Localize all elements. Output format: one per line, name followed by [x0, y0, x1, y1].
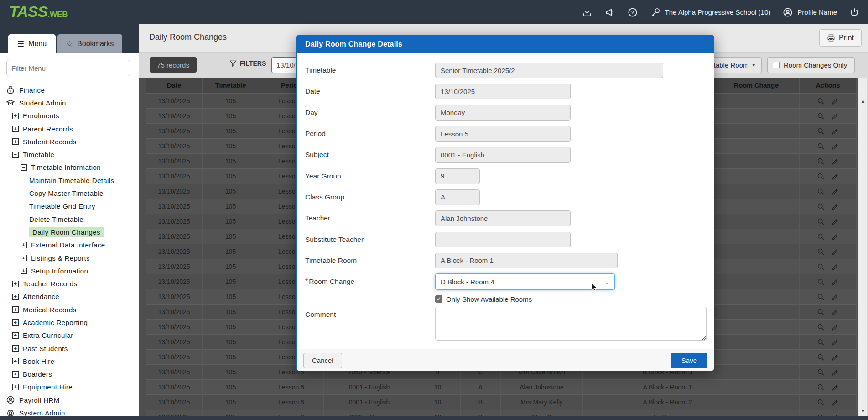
column-header[interactable]: Actions — [800, 78, 857, 93]
edit-icon[interactable] — [832, 308, 839, 316]
sidebar-item-payroll-hrm[interactable]: Payroll HRM — [0, 394, 139, 406]
view-icon[interactable] — [817, 383, 825, 391]
print-button[interactable]: Print — [819, 29, 862, 47]
sidebar-item-student-records[interactable]: +Student Records — [0, 135, 139, 148]
view-icon[interactable] — [817, 368, 825, 376]
sidebar-item-equipment-hire[interactable]: +Equipment Hire — [0, 381, 139, 394]
view-icon[interactable] — [817, 323, 825, 331]
sidebar-item-finance[interactable]: $Finance — [0, 84, 139, 96]
room-changes-only-checkbox[interactable] — [773, 62, 780, 68]
edit-icon[interactable] — [832, 323, 839, 331]
edit-icon[interactable] — [832, 112, 839, 120]
help-icon[interactable]: ? — [627, 7, 638, 18]
sidebar-item-teacher-records[interactable]: +Teacher Records — [0, 277, 139, 290]
sidebar-item-timetable-information[interactable]: −Timetable Information — [0, 161, 139, 174]
sidebar-item-copy-master-timetable[interactable]: Copy Master Timetable — [0, 187, 139, 200]
column-header[interactable]: Timetable — [203, 78, 259, 93]
edit-icon[interactable] — [832, 368, 839, 376]
sidebar-item-attendance[interactable]: +Attendance — [0, 290, 139, 303]
edit-icon[interactable] — [832, 263, 839, 271]
sidebar-item-daily-room-changes[interactable]: Daily Room Changes — [0, 226, 139, 238]
expand-icon[interactable]: + — [21, 255, 27, 261]
edit-icon[interactable] — [832, 399, 839, 406]
view-icon[interactable] — [817, 233, 825, 241]
view-icon[interactable] — [817, 203, 825, 210]
expand-icon[interactable]: + — [12, 332, 19, 339]
view-icon[interactable] — [817, 399, 825, 406]
room-change-select[interactable]: D Block - Room 4⌄ — [435, 273, 615, 290]
view-icon[interactable] — [817, 173, 825, 180]
sidebar-item-student-admin[interactable]: Student Admin — [0, 96, 139, 109]
room-changes-only-filter[interactable]: Room Changes Only — [767, 57, 855, 73]
edit-icon[interactable] — [832, 188, 839, 195]
collapse-icon[interactable]: − — [21, 164, 27, 171]
vertical-scrollbar[interactable]: ▲ ▼ — [858, 78, 867, 416]
expand-icon[interactable]: + — [12, 138, 19, 145]
edit-icon[interactable] — [832, 278, 839, 286]
edit-icon[interactable] — [832, 248, 839, 256]
profile-menu[interactable]: Profile Name — [782, 7, 837, 18]
comment-textarea[interactable] — [435, 307, 707, 341]
collapse-icon[interactable]: − — [12, 152, 19, 158]
sidebar-item-timetable-grid-entry[interactable]: Timetable Grid Entry — [0, 200, 139, 213]
sidebar-item-enrolments[interactable]: +Enrolments — [0, 110, 139, 122]
edit-icon[interactable] — [832, 127, 839, 135]
edit-icon[interactable] — [832, 203, 839, 210]
view-icon[interactable] — [817, 248, 825, 256]
expand-icon[interactable]: + — [12, 126, 19, 132]
sidebar-item-academic-reporting[interactable]: +Academic Reporting — [0, 316, 139, 329]
expand-icon[interactable]: + — [12, 358, 19, 364]
school-switcher[interactable]: The Alpha Progressive School (10) — [650, 7, 771, 18]
edit-icon[interactable] — [832, 233, 839, 241]
expand-icon[interactable]: + — [21, 268, 27, 274]
expand-icon[interactable]: + — [21, 242, 27, 248]
expand-icon[interactable]: + — [12, 371, 19, 378]
sidebar-item-external-data-interface[interactable]: +External Data Interface — [0, 239, 139, 252]
menu-filter-input[interactable] — [6, 60, 130, 76]
view-icon[interactable] — [817, 338, 825, 346]
edit-icon[interactable] — [832, 338, 839, 346]
view-icon[interactable] — [817, 353, 825, 361]
view-icon[interactable] — [817, 158, 825, 165]
filters-toggle[interactable]: FILTERS — [229, 60, 266, 67]
scroll-down-arrow[interactable]: ▼ — [858, 408, 868, 414]
view-icon[interactable] — [817, 127, 825, 135]
scroll-up-arrow[interactable]: ▲ — [858, 98, 868, 104]
column-header[interactable]: Date — [146, 78, 203, 93]
sidebar-item-timetable[interactable]: −Timetable — [0, 148, 139, 161]
download-icon[interactable] — [582, 7, 593, 18]
edit-icon[interactable] — [832, 383, 839, 391]
logout-power-icon[interactable] — [849, 7, 860, 18]
view-icon[interactable] — [817, 308, 825, 316]
only-show-available-rooms-checkbox[interactable]: ✓ — [435, 295, 442, 303]
sidebar-item-boarders[interactable]: +Boarders — [0, 368, 139, 381]
sidebar-item-parent-records[interactable]: +Parent Records — [0, 122, 139, 135]
view-icon[interactable] — [817, 188, 825, 195]
edit-icon[interactable] — [832, 353, 839, 361]
view-icon[interactable] — [817, 142, 825, 150]
sidebar-item-medical-records[interactable]: +Medical Records — [0, 303, 139, 316]
sidebar-item-setup-information[interactable]: +Setup Information — [0, 264, 139, 277]
expand-icon[interactable]: + — [12, 294, 19, 300]
view-icon[interactable] — [817, 263, 825, 271]
column-header[interactable]: Room Change — [713, 78, 800, 93]
edit-icon[interactable] — [832, 158, 839, 165]
view-icon[interactable] — [817, 293, 825, 301]
save-button[interactable]: Save — [671, 353, 707, 368]
expand-icon[interactable]: + — [12, 113, 19, 119]
view-icon[interactable] — [817, 97, 825, 105]
edit-icon[interactable] — [832, 293, 839, 301]
announcements-icon[interactable] — [604, 7, 615, 18]
sidebar-item-extra-curricular[interactable]: +Extra Curricular — [0, 329, 139, 342]
expand-icon[interactable]: + — [12, 384, 19, 390]
expand-icon[interactable]: + — [12, 281, 19, 287]
sidebar-item-delete-timetable[interactable]: Delete Timetable — [0, 213, 139, 226]
edit-icon[interactable] — [832, 218, 839, 226]
view-icon[interactable] — [817, 278, 825, 286]
cancel-button[interactable]: Cancel — [303, 353, 342, 368]
sidebar-item-book-hire[interactable]: +Book Hire — [0, 355, 139, 368]
edit-icon[interactable] — [832, 97, 839, 105]
expand-icon[interactable]: + — [12, 306, 19, 313]
tab-menu[interactable]: ☰Menu — [8, 34, 56, 53]
sidebar-item-listings-reports[interactable]: +Listings & Reports — [0, 252, 139, 264]
